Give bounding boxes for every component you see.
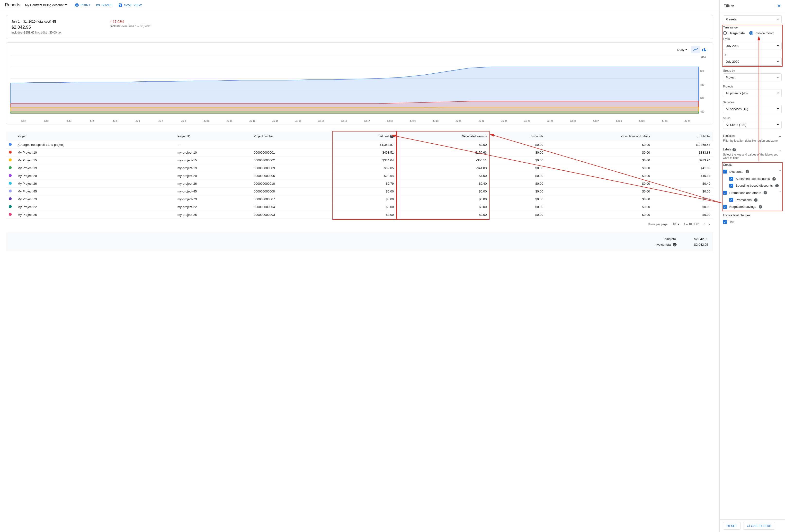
help-icon[interactable]: ?	[390, 135, 394, 138]
close-filters-button[interactable]: ✕	[777, 3, 781, 9]
chart-type-line-button[interactable]	[691, 46, 700, 53]
from-month-select[interactable]: July 2020	[723, 42, 782, 50]
print-button[interactable]: PRINT	[75, 3, 91, 7]
invoice-total-value: $2,042.95	[686, 243, 708, 246]
skus-select[interactable]: All SKUs (194)	[723, 121, 782, 129]
help-icon[interactable]: ?	[775, 184, 779, 187]
save-view-button[interactable]: SAVE VIEW	[118, 3, 142, 7]
cost-chart	[10, 55, 699, 118]
spending-checkbox[interactable]	[729, 184, 733, 188]
help-icon[interactable]: ?	[745, 170, 749, 173]
col-project[interactable]: Project	[15, 132, 175, 141]
dropdown-icon	[777, 77, 779, 78]
table-row[interactable]: My Project 26my-project-26000000000010$0…	[6, 180, 713, 188]
table-row[interactable]: My Project 22my-project-22000000000004$0…	[6, 203, 713, 211]
next-page-button[interactable]: ›	[708, 222, 710, 227]
col-subtotal[interactable]: ↓Subtotal	[653, 132, 713, 141]
billing-account-selector[interactable]: My Contract Billing Account	[25, 3, 67, 7]
link-icon	[96, 3, 100, 7]
share-button[interactable]: SHARE	[96, 3, 113, 7]
save-icon	[118, 3, 123, 7]
col-project-id[interactable]: Project ID	[175, 132, 251, 141]
table-row[interactable]: My Project 15my-project-15000000000002$3…	[6, 157, 713, 164]
col-list-cost[interactable]: List cost ?	[332, 132, 397, 141]
help-icon[interactable]: ?	[754, 198, 758, 202]
series-dot	[9, 190, 12, 192]
delta-sub: $298.02 over June 1 – 30, 2020	[110, 25, 151, 28]
invoice-total-label: Invoice total ?	[655, 243, 677, 246]
invoice-month-radio[interactable]: Invoice month	[749, 31, 775, 35]
subtotal-label: Subtotal	[665, 237, 677, 241]
table-row[interactable]: My Project 20my-project-20000000000006$2…	[6, 172, 713, 180]
help-icon[interactable]: ?	[764, 191, 767, 194]
col-promotions[interactable]: Promotions and others	[546, 132, 653, 141]
col-project-number[interactable]: Project number	[251, 132, 332, 141]
prev-page-button[interactable]: ‹	[704, 222, 705, 227]
services-select[interactable]: All services (16)	[723, 105, 782, 113]
promo-others-checkbox[interactable]	[723, 191, 727, 195]
close-filters-button[interactable]: CLOSE FILTERS	[743, 522, 775, 530]
help-icon[interactable]: ?	[773, 177, 776, 181]
help-icon[interactable]: ?	[673, 243, 677, 246]
help-icon[interactable]: ?	[53, 20, 56, 23]
pagination: Rows per page: 10 1 – 10 of 20 ‹ ›	[6, 219, 713, 230]
to-month-select[interactable]: July 2020	[723, 58, 782, 65]
bar-chart-icon	[702, 48, 707, 52]
series-dot	[9, 166, 12, 169]
promotions-checkbox[interactable]	[729, 198, 733, 202]
chevron-up-icon[interactable]: ⌃	[779, 169, 782, 174]
dropdown-icon	[777, 45, 779, 47]
invoice-charges-label: Invoice level charges	[723, 214, 782, 217]
up-arrow-icon: ↑	[110, 20, 111, 24]
negotiated-checkbox[interactable]	[723, 205, 727, 209]
dropdown-icon	[777, 108, 779, 110]
labels-expand[interactable]: Labels ? ⌄	[723, 146, 782, 153]
subtotal-value: $2,042.95	[686, 237, 708, 241]
table-row[interactable]: My Project 73my-project-73000000000007$0…	[6, 195, 713, 203]
tax-checkbox[interactable]	[723, 220, 727, 224]
table-row[interactable]: My Project 45my-project-45000000000008$0…	[6, 188, 713, 195]
table-row[interactable]: My Project 19my-project-19000000000009$8…	[6, 164, 713, 172]
chart-frequency-select[interactable]: Daily	[677, 48, 687, 52]
dropdown-icon	[777, 61, 779, 62]
help-icon[interactable]: ?	[759, 205, 762, 209]
dropdown-icon	[65, 4, 67, 6]
series-dot	[9, 205, 12, 208]
svg-rect-0	[702, 49, 703, 51]
discounts-checkbox[interactable]	[723, 170, 727, 174]
cost-sub: includes -$258.66 in credits , $0.00 tax	[11, 31, 61, 34]
group-by-select[interactable]: Project	[723, 73, 782, 81]
period-label: July 1 – 31, 2020 (total cost)	[11, 20, 51, 23]
time-range-label: Time range	[723, 26, 782, 29]
chevron-down-icon: ⌄	[779, 147, 782, 152]
table-row[interactable]: My Project 25my-project-25000000000003$0…	[6, 211, 713, 219]
table-row[interactable]: My Project 10my-project-10000000000001$4…	[6, 149, 713, 157]
summary-card: July 1 – 31, 2020 (total cost) ? $2,042.…	[6, 15, 713, 39]
table-row[interactable]: [Charges not specific to a project]—$1,3…	[6, 141, 713, 149]
page-range: 1 – 10 of 20	[684, 222, 699, 226]
series-dot	[9, 174, 12, 177]
cost-table: Project Project ID Project number List c…	[6, 132, 713, 219]
chart-type-bar-button[interactable]	[700, 46, 709, 53]
help-icon[interactable]: ?	[732, 148, 736, 152]
svg-rect-1	[704, 48, 705, 51]
line-chart-icon	[693, 48, 698, 52]
col-discounts[interactable]: Discounts	[489, 132, 546, 141]
locations-expand[interactable]: Locations ⌄	[723, 132, 782, 139]
dropdown-icon	[777, 124, 779, 126]
chart-y-axis: $100$80$60$40$20	[699, 55, 709, 118]
sustained-checkbox[interactable]	[729, 177, 733, 181]
rows-per-page-select[interactable]: 10	[673, 222, 679, 226]
presets-select[interactable]: Presets	[723, 15, 782, 23]
chevron-down-icon: ⌄	[779, 133, 782, 138]
reset-button[interactable]: RESET	[723, 522, 741, 530]
filters-title: Filters	[724, 3, 735, 8]
series-dot	[9, 182, 12, 185]
col-negotiated-savings[interactable]: Negotiated savings	[397, 132, 489, 141]
usage-date-radio[interactable]: Usage date	[723, 31, 745, 35]
total-cost: $2,042.95	[11, 25, 61, 30]
projects-select[interactable]: All projects (40)	[723, 89, 782, 97]
dropdown-icon	[777, 19, 779, 20]
chevron-up-icon[interactable]: ⌃	[779, 190, 782, 195]
svg-rect-2	[705, 50, 706, 51]
